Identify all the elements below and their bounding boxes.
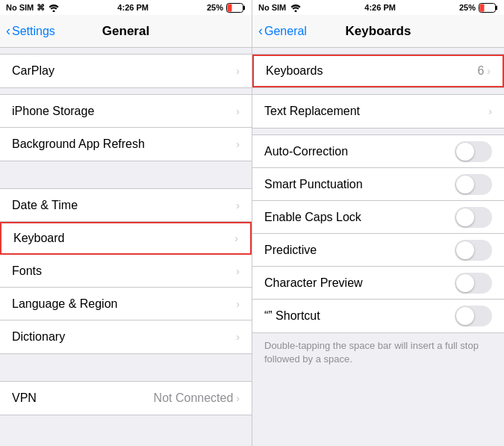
right-status-bar: No SIM 4:26 PM 25% bbox=[252, 0, 504, 15]
keyboards-chevron: › bbox=[487, 65, 491, 77]
language-right: › bbox=[236, 298, 240, 310]
auto-correction-toggle[interactable] bbox=[455, 141, 492, 162]
datetime-chevron: › bbox=[236, 199, 240, 211]
right-battery-icon bbox=[479, 2, 498, 13]
text-replacement-row[interactable]: Text Replacement › bbox=[252, 95, 504, 128]
toggles-group: Auto-Correction Smart Punctuation Enable… bbox=[252, 134, 504, 333]
vpn-value: Not Connected bbox=[154, 391, 234, 405]
vpn-label: VPN bbox=[12, 391, 37, 405]
keyboards-right: 6 › bbox=[477, 64, 491, 78]
character-preview-row[interactable]: Character Preview bbox=[252, 267, 504, 300]
iphone-storage-label: iPhone Storage bbox=[12, 105, 94, 118]
storage-group: iPhone Storage › Background App Refresh … bbox=[0, 94, 252, 161]
svg-point-4 bbox=[295, 10, 297, 13]
shortcut-row[interactable]: “” Shortcut bbox=[252, 300, 504, 332]
language-label: Language & Region bbox=[12, 297, 117, 311]
left-battery-icon bbox=[226, 2, 246, 13]
gap2 bbox=[0, 88, 252, 94]
right-back-label[interactable]: General bbox=[264, 25, 307, 38]
character-preview-label: Character Preview bbox=[264, 276, 363, 290]
right-back-button[interactable]: ‹ General bbox=[258, 23, 307, 39]
smart-punctuation-label: Smart Punctuation bbox=[264, 178, 363, 191]
smart-punctuation-row[interactable]: Smart Punctuation bbox=[252, 168, 504, 201]
carplay-right: › bbox=[236, 65, 240, 77]
enable-caps-lock-row[interactable]: Enable Caps Lock bbox=[252, 201, 504, 234]
shortcut-toggle[interactable] bbox=[455, 306, 492, 326]
smart-punctuation-toggle[interactable] bbox=[455, 174, 492, 195]
right-back-chevron: ‹ bbox=[258, 23, 263, 39]
keyboards-count: 6 bbox=[477, 64, 484, 78]
left-nav-bar: ‹ Settings General bbox=[0, 15, 252, 48]
r-gap1 bbox=[252, 48, 504, 54]
dictionary-label: Dictionary bbox=[12, 330, 65, 344]
left-back-label[interactable]: Settings bbox=[12, 25, 55, 38]
fonts-right: › bbox=[236, 265, 240, 277]
right-nav-bar: ‹ General Keyboards bbox=[252, 15, 504, 48]
right-carrier: No SIM bbox=[258, 3, 286, 12]
svg-rect-2 bbox=[243, 5, 245, 10]
predictive-row[interactable]: Predictive bbox=[252, 234, 504, 267]
carplay-label: CarPlay bbox=[12, 64, 55, 78]
left-status-bar: No SIM ⌘ 4:26 PM 25% bbox=[0, 0, 252, 15]
auto-correction-row[interactable]: Auto-Correction bbox=[252, 135, 504, 168]
right-wifi-icon bbox=[289, 3, 301, 12]
iphone-storage-row[interactable]: iPhone Storage › bbox=[0, 95, 252, 128]
left-status-right: 25% bbox=[207, 2, 246, 13]
keyboards-label: Keyboards bbox=[266, 64, 323, 78]
right-time: 4:26 PM bbox=[364, 3, 396, 12]
carplay-row[interactable]: CarPlay › bbox=[0, 55, 252, 87]
character-preview-toggle[interactable] bbox=[455, 273, 492, 294]
right-panel: No SIM 4:26 PM 25% ‹ bbox=[252, 0, 504, 446]
left-settings-content: CarPlay › iPhone Storage › Background Ap… bbox=[0, 48, 252, 446]
background-refresh-label: Background App Refresh bbox=[12, 137, 145, 151]
keyboard-section-group: Date & Time › Keyboard › Fonts › Languag… bbox=[0, 188, 252, 354]
left-back-button[interactable]: ‹ Settings bbox=[6, 23, 55, 39]
text-replacement-group: Text Replacement › bbox=[252, 94, 504, 128]
left-wifi-icon: ⌘ bbox=[37, 3, 59, 13]
predictive-toggle[interactable] bbox=[455, 240, 492, 261]
enable-caps-lock-label: Enable Caps Lock bbox=[264, 211, 361, 224]
datetime-row[interactable]: Date & Time › bbox=[0, 189, 252, 222]
text-replacement-chevron: › bbox=[488, 105, 492, 117]
left-carrier: No SIM bbox=[6, 3, 34, 12]
carplay-group: CarPlay › bbox=[0, 54, 252, 88]
keyboard-row[interactable]: Keyboard › bbox=[0, 222, 252, 255]
keyboard-chevron: › bbox=[234, 232, 238, 244]
left-back-chevron: ‹ bbox=[6, 23, 10, 39]
r-gap3 bbox=[252, 128, 504, 134]
right-battery-pct: 25% bbox=[459, 3, 476, 12]
iphone-storage-chevron: › bbox=[236, 105, 240, 117]
carplay-chevron: › bbox=[236, 65, 240, 77]
svg-point-0 bbox=[53, 10, 55, 12]
svg-rect-6 bbox=[496, 5, 497, 10]
keyboard-right: › bbox=[234, 232, 238, 244]
text-replacement-label: Text Replacement bbox=[264, 105, 360, 118]
r-gap2 bbox=[252, 88, 504, 94]
vpn-right: Not Connected › bbox=[154, 391, 240, 405]
fonts-chevron: › bbox=[236, 265, 240, 277]
left-panel: No SIM ⌘ 4:26 PM 25% ‹ bbox=[0, 0, 252, 446]
info-text: Double-tapping the space bar will insert… bbox=[252, 333, 504, 372]
background-refresh-chevron: › bbox=[236, 138, 240, 150]
right-settings-content: Keyboards 6 › Text Replacement › Auto-Co… bbox=[252, 48, 504, 446]
fonts-row[interactable]: Fonts › bbox=[0, 255, 252, 288]
vpn-group: VPN Not Connected › bbox=[0, 381, 252, 415]
fonts-label: Fonts bbox=[12, 264, 42, 278]
left-battery-pct: 25% bbox=[207, 3, 223, 12]
right-nav-title: Keyboards bbox=[346, 24, 411, 39]
keyboard-label: Keyboard bbox=[13, 232, 65, 245]
keyboards-group: Keyboards 6 › bbox=[252, 54, 504, 88]
gap3 bbox=[0, 161, 252, 188]
background-refresh-row[interactable]: Background App Refresh › bbox=[0, 128, 252, 161]
svg-rect-3 bbox=[227, 4, 231, 11]
right-status-right: 25% bbox=[459, 2, 498, 13]
datetime-right: › bbox=[236, 199, 240, 211]
enable-caps-lock-toggle[interactable] bbox=[455, 207, 492, 228]
dictionary-right: › bbox=[236, 331, 240, 343]
vpn-row[interactable]: VPN Not Connected › bbox=[0, 382, 252, 415]
dictionary-row[interactable]: Dictionary › bbox=[0, 320, 252, 353]
keyboards-row[interactable]: Keyboards 6 › bbox=[252, 55, 504, 87]
iphone-storage-right: › bbox=[236, 105, 240, 117]
text-replacement-right: › bbox=[488, 105, 492, 117]
language-row[interactable]: Language & Region › bbox=[0, 288, 252, 320]
